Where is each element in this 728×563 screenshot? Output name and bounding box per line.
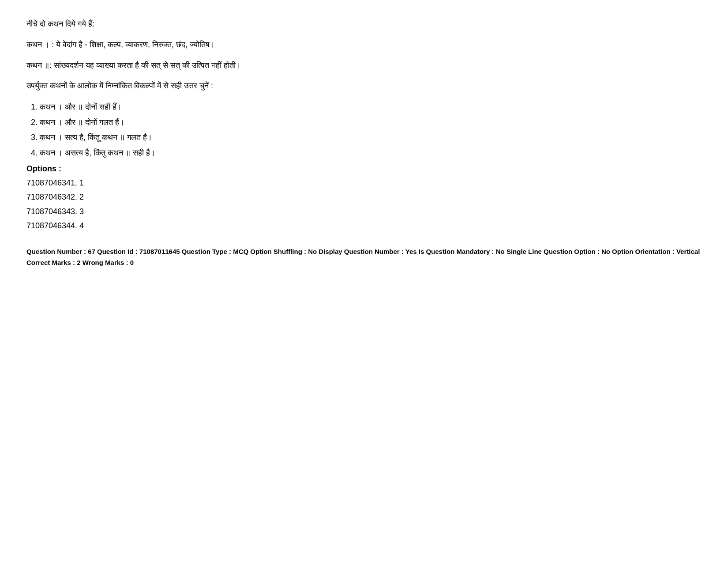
choice-1-text: 1. कथन । और ॥ दोनों सही हैं। — [31, 102, 122, 111]
option-3: 71087046343. 3 — [26, 205, 702, 219]
statement2: कथन ॥: सांख्यदर्शन यह व्याख्या करता है क… — [26, 59, 702, 72]
choice-4: 4. कथन । असत्य है, किंतु कथन ॥ सही है। — [31, 146, 702, 160]
choice-4-text: 4. कथन । असत्य है, किंतु कथन ॥ सही है। — [31, 148, 155, 157]
meta-block: Question Number : 67 Question Id : 71087… — [26, 246, 702, 268]
intro-line: नीचे दो कथन दिये गये हैं: — [26, 18, 702, 30]
option-4: 71087046344. 4 — [26, 219, 702, 233]
statement2-text: कथन ॥: सांख्यदर्शन यह व्याख्या करता है क… — [26, 61, 241, 70]
instruction-text: उपर्युक्त कथनों के आलोक में निम्नांकित व… — [26, 81, 213, 90]
option-1: 71087046341. 1 — [26, 176, 702, 190]
statement1: कथन । : ये वेदांग है - शिक्षा, कल्प, व्य… — [26, 38, 702, 51]
option-2: 71087046342. 2 — [26, 190, 702, 204]
intro-text: नीचे दो कथन दिये गये हैं: — [26, 19, 94, 28]
statement1-text: कथन । : ये वेदांग है - शिक्षा, कल्प, व्य… — [26, 40, 215, 49]
meta-line1-text: Question Number : 67 Question Id : 71087… — [26, 248, 700, 255]
instruction: उपर्युक्त कथनों के आलोक में निम्नांकित व… — [26, 79, 702, 92]
meta-line1: Question Number : 67 Question Id : 71087… — [26, 246, 702, 257]
choice-2-text: 2. कथन । और ॥ दोनों गलत हैं। — [31, 118, 124, 127]
meta-line2-text: Correct Marks : 2 Wrong Marks : 0 — [26, 259, 134, 266]
options-header: Options : — [26, 164, 702, 174]
question-body: नीचे दो कथन दिये गये हैं: कथन । : ये वेद… — [26, 18, 702, 268]
options-header-text: Options : — [26, 164, 61, 173]
choice-2: 2. कथन । और ॥ दोनों गलत हैं। — [31, 116, 702, 129]
choice-1: 1. कथन । और ॥ दोनों सही हैं। — [31, 100, 702, 114]
choice-3-text: 3. कथन । सत्य है, किंतु कथन ॥ गलत है। — [31, 133, 152, 142]
option-1-text: 71087046341. 1 — [26, 178, 84, 187]
option-4-text: 71087046344. 4 — [26, 221, 84, 230]
meta-line2: Correct Marks : 2 Wrong Marks : 0 — [26, 257, 702, 268]
option-3-text: 71087046343. 3 — [26, 207, 84, 216]
choices-list: 1. कथन । और ॥ दोनों सही हैं। 2. कथन । और… — [31, 100, 702, 159]
option-2-text: 71087046342. 2 — [26, 193, 84, 201]
choice-3: 3. कथन । सत्य है, किंतु कथन ॥ गलत है। — [31, 131, 702, 144]
